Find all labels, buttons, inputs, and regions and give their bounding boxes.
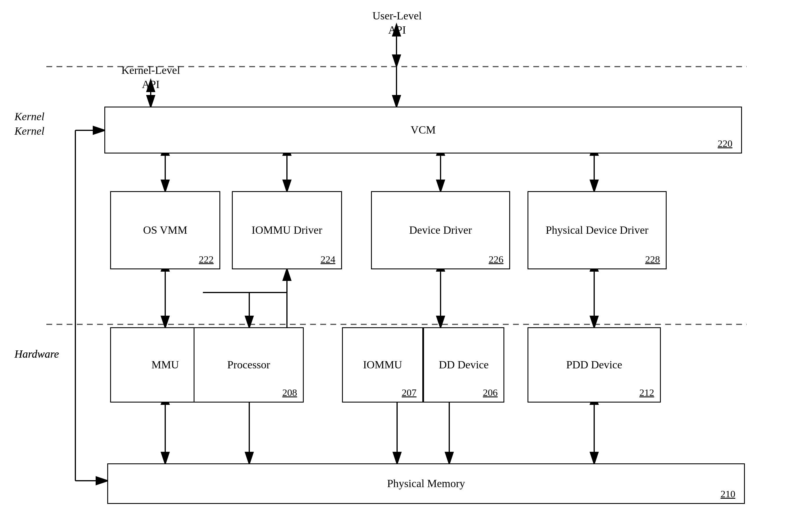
physical-device-driver-box: Physical Device Driver 228 (528, 191, 667, 269)
vcm-box: VCM 220 (104, 107, 742, 153)
kernel-label: Kernel (15, 110, 44, 123)
os-vmm-label: OS VMM (143, 223, 187, 237)
physical-device-driver-label: Physical Device Driver (546, 223, 649, 237)
mmu-label: MMU (151, 358, 179, 372)
processor-box: Processor 208 (193, 327, 304, 402)
hardware-zone-label: Hardware (15, 347, 59, 360)
iommu-driver-number: 224 (320, 254, 338, 266)
pdd-device-number: 212 (639, 387, 657, 399)
vcm-number: 220 (718, 138, 735, 150)
processor-label: Processor (227, 358, 270, 372)
iommu-driver-box: IOMMU Driver 224 (232, 191, 342, 269)
physical-memory-label: Physical Memory (387, 476, 465, 491)
device-driver-number: 226 (489, 254, 506, 266)
iommu-label: IOMMU (363, 358, 402, 372)
os-vmm-box: OS VMM 222 (110, 191, 220, 269)
dd-device-box: DD Device 206 (423, 327, 504, 402)
physical-device-driver-number: 228 (645, 254, 663, 266)
pdd-device-box: PDD Device 212 (528, 327, 661, 402)
iommu-number: 207 (402, 387, 419, 399)
os-vmm-number: 222 (199, 254, 217, 266)
dd-device-label: DD Device (439, 358, 489, 372)
kernel-zone-label: Kernel (15, 125, 44, 137)
device-driver-box: Device Driver 226 (371, 191, 510, 269)
pdd-device-label: PDD Device (566, 358, 622, 372)
physical-memory-number: 210 (721, 489, 738, 501)
vcm-label: VCM (411, 123, 436, 137)
iommu-driver-label: IOMMU Driver (252, 223, 322, 237)
processor-number: 208 (282, 387, 300, 399)
dd-device-number: 206 (483, 387, 501, 399)
architecture-diagram: Kernel Hardware User-LevelAPI Kernel-Lev… (0, 0, 793, 532)
user-level-api-label: User-LevelAPI (365, 9, 429, 37)
physical-memory-box: Physical Memory 210 (107, 463, 745, 504)
iommu-box: IOMMU 207 (342, 327, 423, 402)
device-driver-label: Device Driver (409, 223, 472, 237)
kernel-level-api-label: Kernel-LevelAPI (116, 63, 185, 92)
